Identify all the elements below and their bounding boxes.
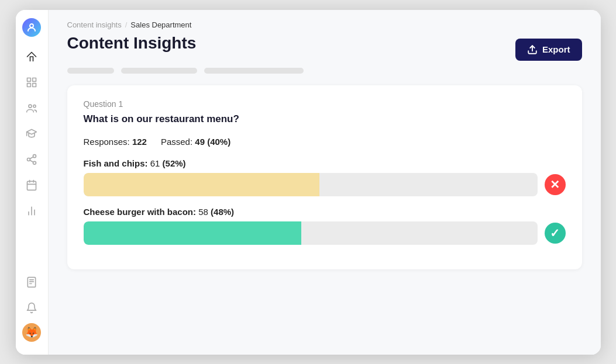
responses-row: Responses: 122 Passed: 49 (40%)	[84, 137, 566, 147]
bar-row-2: ✓	[84, 221, 566, 245]
sidebar-item-calendar[interactable]	[21, 175, 42, 196]
export-button-label: Export	[542, 44, 570, 54]
sidebar-item-bell[interactable]	[21, 297, 42, 318]
svg-rect-3	[27, 83, 31, 86]
answer-block-2: Cheese burger with bacon: 58 (48%) ✓	[84, 207, 566, 245]
bar-row-1: ✕	[84, 173, 566, 196]
sidebar: 🦊	[16, 10, 49, 355]
svg-rect-2	[33, 78, 36, 81]
main-content: Content insights / Sales Department Cont…	[49, 10, 601, 355]
sidebar-item-share[interactable]	[21, 149, 42, 170]
responses-count: Responses: 122	[84, 137, 147, 147]
svg-line-10	[30, 160, 33, 162]
brand-avatar	[22, 18, 41, 37]
wrong-icon-1: ✕	[545, 174, 566, 195]
sidebar-item-education[interactable]	[21, 123, 42, 144]
question-card: Question 1 What is on our restaurant men…	[67, 85, 582, 269]
breadcrumb-separator: /	[125, 20, 128, 29]
bar-fill-2	[84, 221, 301, 245]
passed-count: Passed: 49 (40%)	[161, 137, 230, 147]
question-label: Question 1	[84, 99, 566, 109]
tab-pill-3[interactable]	[204, 68, 304, 74]
tab-pill-2[interactable]	[121, 68, 197, 74]
content-area: Question 1 What is on our restaurant men…	[49, 74, 601, 355]
svg-point-0	[30, 24, 33, 27]
svg-rect-12	[27, 181, 36, 190]
sidebar-item-grid[interactable]	[21, 72, 42, 93]
sidebar-item-home[interactable]	[21, 46, 42, 67]
correct-icon-2: ✓	[545, 223, 566, 244]
svg-rect-1	[27, 78, 31, 81]
page-header: Content Insights Export	[49, 29, 601, 61]
bar-track-1	[84, 173, 538, 196]
question-text: What is on our restaurant menu?	[84, 113, 566, 125]
svg-point-6	[33, 105, 36, 107]
page-title: Content Insights	[67, 34, 197, 53]
bar-fill-1	[84, 173, 320, 196]
answer-label-1: Fish and chips: 61 (52%)	[84, 158, 566, 168]
tabs-row	[49, 61, 601, 74]
export-button[interactable]: Export	[515, 39, 582, 61]
app-window: 🦊 Content insights / Sales Department Co…	[16, 10, 601, 355]
sidebar-item-chart[interactable]	[21, 200, 42, 221]
bar-track-2	[84, 221, 538, 245]
sidebar-item-team[interactable]	[21, 98, 42, 119]
header-right: Export	[515, 34, 582, 61]
breadcrumb: Content insights / Sales Department	[49, 10, 601, 29]
breadcrumb-parent[interactable]: Content insights	[67, 20, 122, 29]
svg-rect-4	[33, 83, 36, 86]
answer-block-1: Fish and chips: 61 (52%) ✕	[84, 158, 566, 196]
export-icon	[527, 44, 538, 55]
sidebar-item-report[interactable]	[21, 272, 42, 293]
breadcrumb-current: Sales Department	[130, 20, 191, 29]
svg-point-5	[29, 105, 32, 108]
svg-line-11	[30, 157, 33, 158]
user-avatar[interactable]: 🦊	[22, 323, 41, 342]
answer-label-2: Cheese burger with bacon: 58 (48%)	[84, 207, 566, 217]
tab-pill-1[interactable]	[67, 68, 114, 74]
